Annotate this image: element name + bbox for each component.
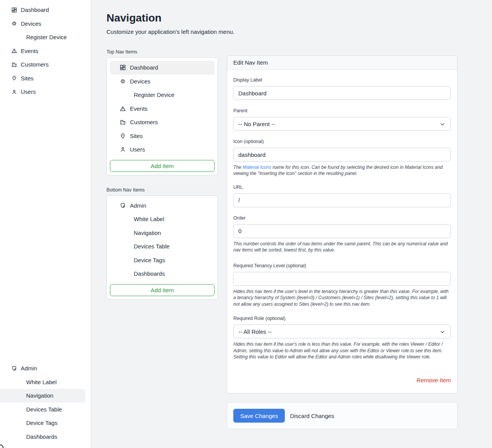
required-role-select[interactable]: -- All Roles -- (233, 325, 451, 338)
nav-list-item-label: Navigation (134, 230, 161, 236)
sidebar-item-label: Sites (21, 75, 33, 82)
discard-changes-button[interactable]: Discard Changes (290, 413, 334, 419)
warning-icon (11, 48, 17, 54)
remove-item-link[interactable]: Remove Item (417, 377, 451, 383)
nav-list-item-events[interactable]: Events (110, 102, 214, 116)
display-label-input[interactable] (233, 86, 451, 100)
parent-label: Parent (233, 108, 451, 113)
nav-list-item-admin[interactable]: Admin (110, 199, 214, 213)
nav-list-item-label: Customers (130, 119, 158, 125)
nav-list-item-label: White Label (134, 216, 164, 222)
nav-lists-column: Top Nav Items Dashboard Devices (106, 49, 218, 311)
person-icon (11, 89, 17, 95)
sidebar-item-label: White Label (26, 379, 57, 385)
icon-input[interactable] (233, 148, 451, 162)
role-help-text: Hides this nav item if the user's role i… (233, 341, 451, 360)
device-chip-icon (120, 78, 126, 85)
sidebar-item-label: Customers (21, 61, 49, 68)
sidebar-item-users[interactable]: Users (0, 85, 91, 99)
icon-field-label: Icon (optional) (233, 139, 451, 144)
editor-column: Edit Nav Item Display Label Parent -- No… (227, 55, 457, 429)
icon-help-text: The Material Icons name for this icon. C… (233, 164, 451, 177)
order-help-text: This number controls the order of nav it… (233, 241, 451, 253)
sidebar-item-dashboard[interactable]: Dashboard (0, 3, 91, 17)
add-top-nav-item-button[interactable]: Add Item (110, 160, 214, 172)
sidebar-item-label: Dashboards (26, 433, 57, 440)
sidebar-item-label: Devices (21, 20, 41, 27)
sidebar-item-devices[interactable]: Devices (0, 17, 91, 31)
sidebar-item-label: Devices Table (26, 406, 62, 413)
tenancy-level-input[interactable] (233, 272, 451, 286)
nav-list-item-label: Users (130, 146, 145, 153)
sidebar-item-device-tags[interactable]: Device Tags (0, 416, 91, 430)
url-label: URL (233, 185, 451, 190)
warning-icon (120, 105, 126, 112)
display-label-label: Display Label (233, 77, 451, 83)
sidebar-item-label: Register Device (26, 34, 67, 40)
tenancy-level-label: Required Tenancy Level (optional) (233, 263, 451, 268)
nav-list-item-devices-table[interactable]: Devices Table (110, 240, 214, 253)
tenancy-help-text: Hides this nav item if the user's level … (233, 288, 451, 307)
sidebar-bottom-group: Admin White Label Navigation Devices Tab… (0, 361, 91, 443)
edit-nav-item-title: Edit Nav Item (227, 56, 457, 70)
nav-list-item-label: Events (130, 105, 148, 112)
sidebar-item-label: Events (21, 48, 38, 54)
add-bottom-nav-item-button[interactable]: Add Item (110, 284, 214, 296)
save-bar: Save Changes Discard Changes (227, 402, 457, 429)
nav-list-item-label: Device Tags (134, 257, 165, 263)
building-icon (120, 119, 126, 125)
collapse-icon[interactable] (0, 445, 3, 448)
sidebar-item-white-label[interactable]: White Label (0, 375, 91, 389)
page-title: Navigation (106, 12, 457, 25)
sidebar-item-dashboards[interactable]: Dashboards (0, 430, 91, 444)
place-icon (120, 133, 126, 139)
sidebar-item-register-device[interactable]: Register Device (0, 30, 91, 44)
top-nav-items-label: Top Nav Items (106, 49, 218, 55)
dashboard-icon (120, 64, 126, 71)
nav-list-item-label: Sites (130, 133, 143, 139)
place-icon (11, 75, 17, 81)
dashboard-icon (11, 7, 17, 13)
top-nav-items-card: Dashboard Devices Register Device (106, 57, 218, 175)
nav-list-item-sites[interactable]: Sites (110, 129, 214, 143)
page-subtitle: Customize your application's left naviga… (106, 28, 457, 35)
parent-select[interactable]: -- No Parent -- (233, 117, 451, 131)
sidebar-item-sites[interactable]: Sites (0, 72, 91, 85)
save-changes-button[interactable]: Save Changes (233, 409, 285, 423)
sidebar-item-label: Admin (21, 365, 37, 371)
building-icon (11, 62, 17, 68)
chevron-down-icon (439, 328, 446, 335)
parent-select-value: -- No Parent -- (238, 121, 275, 127)
nav-list-item-label: Register Device (134, 92, 175, 98)
nav-list-item-navigation[interactable]: Navigation (110, 226, 214, 240)
admin-shield-icon (11, 365, 17, 371)
material-icons-link[interactable]: Material Icons (243, 165, 271, 170)
nav-list-item-white-label[interactable]: White Label (110, 212, 214, 226)
sidebar-item-navigation[interactable]: Navigation (0, 389, 85, 403)
nav-list-item-users[interactable]: Users (110, 143, 214, 157)
url-input[interactable] (233, 193, 451, 207)
app-sidebar: Dashboard Devices Register Device Events… (0, 0, 91, 448)
device-chip-icon (11, 20, 17, 27)
required-role-label: Required Role (optional) (233, 316, 451, 321)
edit-nav-item-card: Edit Nav Item Display Label Parent -- No… (227, 55, 457, 393)
nav-list-item-label: Admin (130, 202, 146, 209)
nav-list-item-dashboards[interactable]: Dashboards (110, 267, 214, 281)
nav-list-item-register-device[interactable]: Register Device (110, 88, 214, 102)
nav-list-item-device-tags[interactable]: Device Tags (110, 253, 214, 267)
nav-list-item-dashboard[interactable]: Dashboard (110, 61, 214, 75)
sidebar-item-admin[interactable]: Admin (0, 361, 91, 375)
order-input[interactable] (233, 224, 451, 238)
nav-list-item-devices[interactable]: Devices (110, 75, 214, 88)
sidebar-item-devices-table[interactable]: Devices Table (0, 403, 91, 416)
nav-list-item-customers[interactable]: Customers (110, 115, 214, 129)
sidebar-item-events[interactable]: Events (0, 44, 91, 58)
sidebar-item-label: Dashboard (21, 7, 49, 13)
sidebar-item-customers[interactable]: Customers (0, 58, 91, 72)
nav-list-item-label: Devices (130, 78, 150, 85)
order-label: Order (233, 215, 451, 221)
sidebar-item-label: Navigation (26, 392, 53, 399)
admin-shield-icon (120, 202, 126, 209)
chevron-down-icon (439, 121, 446, 128)
main-content: Navigation Customize your application's … (91, 0, 492, 448)
